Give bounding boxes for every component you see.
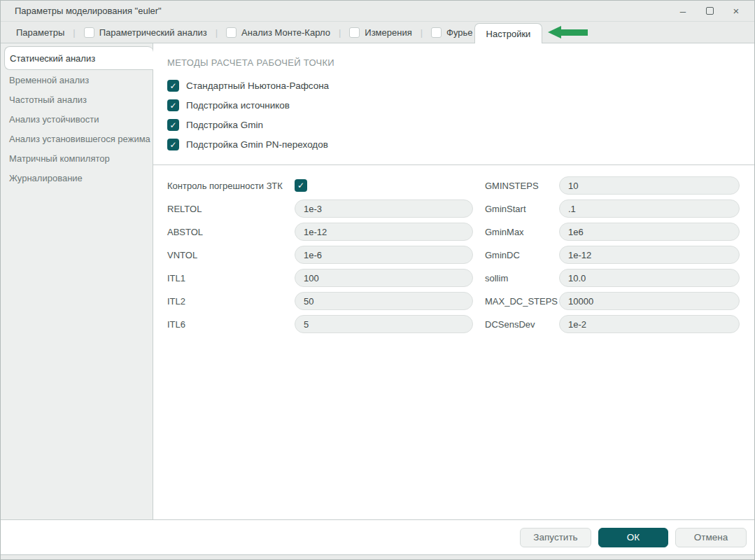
content-area: Статический анализ Временной анализ Част… [1,43,754,520]
itl1-input[interactable] [295,269,473,287]
param-row-itl1: ITL1 [167,269,473,287]
tab-separator: | [421,27,423,38]
green-arrow-left-icon [548,26,588,38]
operating-point-methods-section: МЕТОДЫ РАСЧЕТА РАБОЧЕЙ ТОЧКИ Стандартный… [153,43,754,165]
tab-parameters[interactable]: Параметры [15,22,66,43]
param-label: RELTOL [167,204,295,214]
sidebar-item-label: Анализ установившегося режима [9,134,150,144]
gminmax-input[interactable] [559,223,740,241]
param-label: GminMax [485,227,559,237]
sidebar-item-logging[interactable]: Журналирование [1,168,153,188]
fourier-checkbox[interactable] [431,27,442,38]
measurements-checkbox[interactable] [349,27,360,38]
source-stepping-checkbox[interactable] [167,99,179,111]
sidebar-item-steady-state-analysis[interactable]: Анализ установившегося режима [1,129,153,148]
sidebar-item-matrix-compiler[interactable]: Матричный компилятор [1,148,153,168]
error-control-checkbox[interactable] [295,179,307,192]
param-label: VNTOL [167,250,295,260]
sidebar-item-label: Временной анализ [9,75,89,85]
section-title: МЕТОДЫ РАСЧЕТА РАБОЧЕЙ ТОЧКИ [167,57,754,68]
tab-monte-carlo[interactable]: Анализ Монте-Карло [225,22,332,43]
param-row-reltol: RELTOL [167,200,473,218]
param-label: ITL6 [167,319,295,330]
maximize-icon[interactable] [701,4,718,19]
sidebar-item-label: Частотный анализ [9,94,87,105]
max-dc-steps-input[interactable] [559,292,740,310]
reltol-input[interactable] [295,200,473,218]
monte-carlo-checkbox[interactable] [226,27,237,38]
tab-fourier[interactable]: Фурье [430,22,474,43]
main-pane: МЕТОДЫ РАСЧЕТА РАБОЧЕЙ ТОЧКИ Стандартный… [153,43,754,519]
sidebar-item-label: Журналирование [9,173,83,183]
method-label: Подстройка Gmin PN-переходов [186,139,328,150]
param-label: ITL1 [167,273,295,284]
gmin-stepping-checkbox[interactable] [167,119,179,131]
param-label: GminStart [485,204,559,214]
method-row-newton-raphson: Стандартный Ньютона-Рафсона [167,80,754,92]
method-label: Стандартный Ньютона-Рафсона [186,80,329,91]
param-row-gmindc: GminDC [485,246,740,264]
params-column-left: Контроль погрешности ЗТК RELTOL ABSTOL V… [167,176,473,333]
window-bottom-edge [1,554,754,559]
cancel-button[interactable]: Отмена [675,528,747,547]
param-row-sollim: sollim [485,269,740,287]
method-row-gmin-pn-stepping: Подстройка Gmin PN-переходов [167,139,754,150]
tab-measurements-label: Измерения [365,27,411,38]
param-label: sollim [485,273,559,284]
gmin-pn-stepping-checkbox[interactable] [167,139,179,150]
tab-parametric-analysis-label: Параметрический анализ [99,27,207,38]
window-controls: – × [675,4,745,19]
minimize-icon[interactable]: – [675,4,691,19]
window-title: Параметры моделирования "euler" [15,6,162,16]
sidebar: Статический анализ Временной анализ Част… [1,43,153,519]
tab-separator: | [339,27,341,38]
vntol-input[interactable] [295,246,473,264]
close-icon[interactable]: × [728,4,745,19]
tab-separator: | [73,27,75,38]
tab-settings-label: Настройки [486,29,531,39]
run-button[interactable]: Запустить [520,528,591,547]
param-label: ABSTOL [167,227,295,237]
param-label: GminDC [485,250,559,260]
arrow-head [548,26,561,38]
sidebar-item-transient-analysis[interactable]: Временной анализ [1,70,153,90]
title-bar: Параметры моделирования "euler" – × [1,1,754,22]
param-row-gminsteps: GMINSTEPS [485,176,740,195]
param-label: MAX_DC_STEPS [485,296,559,307]
itl6-input[interactable] [295,315,473,333]
tab-separator: | [216,27,218,38]
footer-bar: Запустить ОК Отмена [1,520,754,554]
arrow-tail [561,29,588,36]
tab-measurements[interactable]: Измерения [348,22,413,43]
params-column-right: GMINSTEPS GminStart GminMax GminDC [485,176,740,333]
dcsensdev-input[interactable] [559,315,740,333]
abstol-input[interactable] [295,223,473,241]
gminstart-input[interactable] [559,200,740,218]
param-row-itl2: ITL2 [167,292,473,310]
gminsteps-input[interactable] [559,176,740,195]
sidebar-item-static-analysis[interactable]: Статический анализ [4,46,153,70]
param-row-abstol: ABSTOL [167,223,473,241]
sidebar-item-stability-analysis[interactable]: Анализ устойчивости [1,109,153,129]
sidebar-item-frequency-analysis[interactable]: Частотный анализ [1,90,153,109]
param-row-dcsensdev: DCSensDev [485,315,740,333]
tab-settings[interactable]: Настройки [474,23,543,43]
parametric-analysis-checkbox[interactable] [84,27,94,38]
tab-bar: Параметры | Параметрический анализ | Ана… [1,22,754,43]
param-label: ITL2 [167,296,295,307]
method-row-gmin-stepping: Подстройка Gmin [167,119,754,131]
newton-raphson-checkbox[interactable] [167,80,179,92]
ok-button[interactable]: ОК [598,528,668,547]
sidebar-item-label: Анализ устойчивости [9,114,99,125]
param-row-gminmax: GminMax [485,223,740,241]
maximize-box-glyph [706,7,714,15]
itl2-input[interactable] [295,292,473,310]
param-label: GMINSTEPS [485,181,559,191]
sollim-input[interactable] [559,269,740,287]
param-row-gminstart: GminStart [485,200,740,218]
param-row-itl6: ITL6 [167,315,473,333]
tab-parametric-analysis[interactable]: Параметрический анализ [83,22,209,43]
method-row-source-stepping: Подстройка источников [167,99,754,111]
gmindc-input[interactable] [559,246,740,264]
method-label: Подстройка Gmin [186,120,263,130]
